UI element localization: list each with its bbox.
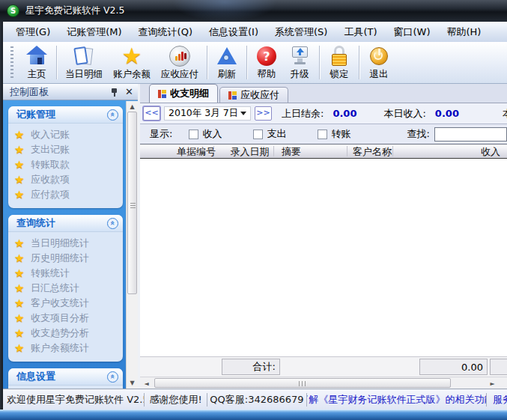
panel-scrollbar-thumb[interactable] [127,112,137,294]
exit-button-label: 退出 [370,68,389,81]
filter-checkbox-transfer[interactable]: 转账 [318,127,350,141]
menu-query-stats[interactable]: 查询统计(Q) [130,22,201,42]
section-info-settings-header[interactable]: 信息设置 « [8,368,123,386]
star-icon: ★ [14,188,31,201]
panel-item-history-detail-stats[interactable]: ★历史明细统计 [14,251,123,266]
panel-item-income-entry[interactable]: ★收入记账 [14,127,123,142]
panel-item-daily-summary-stats[interactable]: ★日汇总统计 [14,281,123,296]
show-label: 显示: [150,127,172,141]
menu-tools[interactable]: 工具(T) [336,22,385,42]
panel-item-label: 账户余额统计 [31,341,89,355]
status-service-partial[interactable]: 服务 [487,393,507,407]
checkbox-icon[interactable] [318,130,327,139]
title-bar: S 星宇免费记账软件 V2.5 [0,0,507,22]
control-panel: 控制面板 ✕ 记账管理 « ★收入记账 ★支出记账 ★转账取款 ★应收款项 ★应… [3,84,138,389]
collapse-chevron-icon[interactable]: « [107,109,118,121]
section-bookkeeping-header[interactable]: 记账管理 « [8,106,123,124]
account-balance-button[interactable]: ★ 账户余额 [108,44,156,82]
close-icon[interactable]: ✕ [124,87,135,97]
search-input[interactable] [434,127,507,141]
panel-item-expense-entry[interactable]: ★支出记账 [14,142,123,157]
collapse-chevron-icon[interactable]: « [107,371,118,383]
scroll-left-icon[interactable]: ◄ [142,379,151,388]
panel-item-receivables[interactable]: ★应收款项 [14,172,123,187]
star-icon: ★ [14,341,31,355]
collapse-chevron-icon[interactable]: « [107,218,118,229]
menu-manage[interactable]: 管理(G) [7,22,58,42]
totals-income-cell: 0.00 [419,359,488,375]
main-content: 收支明细 应收应付 << 2010年 3月 7日 >> 上日结余: 0.00 本… [140,84,507,389]
menu-window[interactable]: 窗口(W) [385,22,438,42]
tab-label: 收支明细 [170,87,209,100]
panel-scrollbar[interactable]: ▲ ▼ [126,101,138,389]
column-header-entry-date[interactable]: 录入日期 [218,145,282,159]
totals-row: 合计: 0.00 [140,356,507,377]
column-header-income[interactable]: 收入 [481,145,500,159]
scroll-up-icon[interactable]: ▲ [127,101,138,112]
filter-checkbox-expense[interactable]: 支出 [253,127,286,141]
panel-item-label: 日汇总统计 [31,281,79,295]
panel-item-label: 客户收支统计 [31,296,89,310]
panel-item-trend-analysis[interactable]: ★收支趋势分析 [14,326,123,341]
panel-item-balance-stats[interactable]: ★账户余额统计 [14,341,123,356]
menu-system[interactable]: 系统管理(S) [267,22,336,42]
panel-item-label: 收支项目分析 [31,311,89,325]
toolbar-gripper[interactable] [10,46,13,78]
section-title: 信息设置 [16,370,107,383]
panel-item-label: 当日明细统计 [31,237,89,250]
menu-help[interactable]: 帮助(H) [438,22,489,42]
daily-detail-button[interactable]: 当日明细 [60,44,108,82]
help-icon [255,45,278,67]
prev-day-button[interactable]: << [143,106,160,121]
help-button[interactable]: 帮助 [250,44,283,82]
home-button[interactable]: 主页 [20,44,53,82]
control-panel-title: 控制面板 [10,85,110,99]
star-icon: ★ [14,281,31,295]
section-title: 记账管理 [16,108,107,121]
panel-item-label: 转账取款 [31,158,70,171]
tab-income-expense-detail[interactable]: 收支明细 [149,84,218,103]
daily-detail-icon [73,45,95,67]
panel-item-transfer-stats[interactable]: ★转账统计 [14,266,123,281]
toolbar-separator [246,46,247,79]
receivable-payable-button[interactable]: 应收应付 [156,44,204,82]
checkbox-icon[interactable] [189,130,198,139]
lock-button-label: 锁定 [330,68,349,81]
menu-bookkeeping[interactable]: 记账管理(M) [58,22,130,42]
tab-receivable-payable[interactable]: 应收应付 [219,87,288,103]
today-expense-label: 本日支出: [503,107,507,121]
lock-button[interactable]: 锁定 [323,44,356,82]
exit-button[interactable]: 退出 [362,44,395,82]
refresh-button[interactable]: 刷新 [210,44,243,82]
column-header-summary[interactable]: 摘要 [282,145,301,159]
column-separator [347,146,347,156]
filter-checkbox-income[interactable]: 收入 [189,127,222,141]
horizontal-scrollbar[interactable]: ◄ ► [140,377,507,389]
status-pro-version-link[interactable]: 了解《星宇财务记账软件正式版》的相关功能 [307,393,487,407]
menu-info-settings[interactable]: 信息设置(I) [201,22,267,42]
column-header-customer-name[interactable]: 客户名称 [353,145,392,159]
panel-item-project-analysis[interactable]: ★收支项目分析 [14,311,123,326]
section-query-stats-header[interactable]: 查询统计 « [8,215,123,232]
window-title: 星宇免费记账软件 V2.5 [25,4,124,17]
horizontal-scrollbar-thumb[interactable] [154,378,451,388]
panel-item-daily-detail-stats[interactable]: ★当日明细统计 [14,236,123,251]
pin-icon[interactable] [110,87,118,97]
checkbox-icon[interactable] [253,130,263,139]
scroll-right-icon[interactable]: ► [488,379,497,388]
scroll-down-icon[interactable]: ▼ [127,377,138,388]
account-balance-button-label: 账户余额 [113,68,151,81]
panel-item-payables[interactable]: ★应付款项 [14,187,123,202]
receivable-payable-icon [169,45,191,67]
tab-label: 应收应付 [240,88,279,102]
exit-icon [368,45,390,67]
next-day-button[interactable]: >> [255,106,272,121]
upgrade-button[interactable]: 升级 [283,44,316,82]
table-body[interactable] [140,159,507,356]
toolbar-separator [207,46,207,79]
panel-item-transfer-withdraw[interactable]: ★转账取款 [14,157,123,172]
star-icon: ★ [14,158,31,171]
table-header: 单据编号 录入日期 摘要 客户名称 收入 [140,144,507,159]
panel-item-customer-stats[interactable]: ★客户收支统计 [14,296,123,311]
date-select[interactable]: 2010年 3月 7日 [164,106,251,121]
